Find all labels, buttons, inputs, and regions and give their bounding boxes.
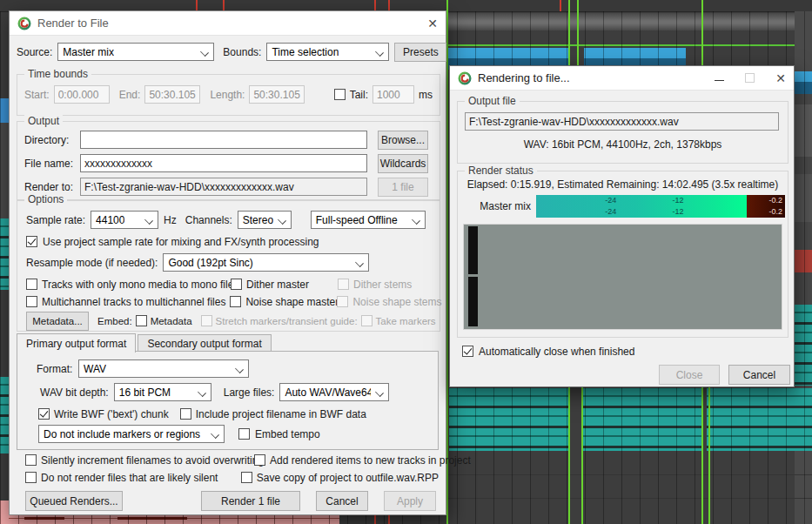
sample-rate-label: Sample rate: xyxy=(26,214,85,226)
time-bounds-group: Time bounds Start: End: Length: Tail: ms xyxy=(17,74,440,116)
render-status-group: Render status Elapsed: 0:15.919, Estimat… xyxy=(457,171,789,338)
skip-silent-checkbox[interactable] xyxy=(25,472,37,483)
teal-media-item xyxy=(0,377,9,453)
render-status-legend: Render status xyxy=(465,165,537,177)
noise-shape-stems-checkbox xyxy=(337,296,348,307)
hz-label: Hz xyxy=(164,214,177,226)
large-files-label: Large files: xyxy=(224,386,275,399)
stretch-markers-label: Stretch markers/transient guide: xyxy=(216,316,358,326)
file-name-input[interactable] xyxy=(80,154,367,172)
pink-waveform-dash xyxy=(117,517,187,520)
wildcards-button[interactable]: Wildcards xyxy=(378,154,428,173)
mono-media-label: Tracks with only mono media to mono file xyxy=(42,279,226,291)
apply-button: Apply xyxy=(384,491,436,511)
format-select[interactable]: WAV xyxy=(78,359,249,378)
tab-primary-label: Primary output format xyxy=(26,338,126,350)
loop-point-line xyxy=(701,0,703,70)
include-filename-checkbox[interactable] xyxy=(180,408,191,420)
render-speed-value: Full-speed Offline xyxy=(316,214,398,226)
chevron-down-icon xyxy=(235,365,244,373)
bounds-label: Bounds: xyxy=(223,46,261,58)
write-bwf-checkbox[interactable] xyxy=(38,408,50,420)
directory-input[interactable] xyxy=(80,131,367,149)
teal-media-item xyxy=(707,388,812,451)
add-rendered-checkbox[interactable] xyxy=(254,454,265,466)
silently-increment-checkbox[interactable] xyxy=(25,454,37,466)
chevron-down-icon xyxy=(412,216,420,225)
noise-shape-master-label: Noise shape master xyxy=(245,296,332,308)
tab-secondary-label: Secondary output format xyxy=(147,338,261,350)
use-project-sr-checkbox[interactable] xyxy=(26,236,37,247)
output-legend: Output xyxy=(24,115,63,127)
close-icon[interactable]: ✕ xyxy=(775,72,786,84)
close-button: Close xyxy=(659,365,720,385)
auto-close-checkbox[interactable] xyxy=(462,346,473,357)
reaper-logo-icon xyxy=(17,17,31,30)
teal-media-item xyxy=(449,388,568,451)
render-dialog-titlebar[interactable]: Render to File ✕ xyxy=(10,11,446,36)
end-label: End: xyxy=(119,89,141,101)
tab-primary-output-format[interactable]: Primary output format xyxy=(17,333,136,353)
gray-media-item xyxy=(795,104,812,157)
metadata-button[interactable]: Metadata... xyxy=(26,312,89,331)
tail-checkbox[interactable] xyxy=(334,89,346,100)
output-group: Output Directory: Browse... File name: W… xyxy=(17,121,440,201)
options-legend: Options xyxy=(24,193,67,205)
minimize-icon[interactable] xyxy=(715,80,724,81)
cancel-button[interactable]: Cancel xyxy=(316,491,368,511)
render-to-label: Render to: xyxy=(24,181,75,193)
source-label: Source: xyxy=(17,46,52,58)
ms-label: ms xyxy=(419,89,433,101)
render-button[interactable]: Render 1 file xyxy=(201,491,300,511)
maximize-icon xyxy=(745,73,755,83)
queued-renders-button[interactable]: Queued Renders... xyxy=(25,491,123,511)
close-icon[interactable]: ✕ xyxy=(427,17,438,30)
chevron-down-icon xyxy=(355,259,364,267)
bit-depth-value: 16 bit PCM xyxy=(119,386,171,399)
bit-depth-select[interactable]: 16 bit PCM xyxy=(114,383,211,401)
render-speed-select[interactable]: Full-speed Offline xyxy=(311,211,426,229)
source-select[interactable]: Master mix xyxy=(57,43,214,61)
mono-media-checkbox[interactable] xyxy=(26,279,37,290)
cancel-render-button[interactable]: Cancel xyxy=(728,365,790,385)
end-input xyxy=(144,85,200,104)
save-copy-checkbox[interactable] xyxy=(241,472,252,483)
tab-secondary-output-format[interactable]: Secondary output format xyxy=(138,334,271,352)
render-to-file-dialog: Render to File ✕ Source: Master mix Boun… xyxy=(9,10,446,515)
noise-shape-master-checkbox[interactable] xyxy=(230,296,241,307)
embed-metadata-checkbox[interactable] xyxy=(136,315,147,326)
output-file-legend: Output file xyxy=(465,95,520,107)
large-files-select[interactable]: Auto WAV/Wave64 xyxy=(279,383,389,401)
chevron-down-icon xyxy=(375,48,384,57)
render-waveform-display xyxy=(463,224,782,330)
presets-button[interactable]: Presets xyxy=(394,43,446,62)
dither-master-checkbox[interactable] xyxy=(231,279,242,290)
pink-waveform-dash xyxy=(24,517,64,520)
sample-rate-value: 44100 xyxy=(96,214,124,226)
embed-tempo-label: Embed tempo xyxy=(255,428,320,440)
bounds-select[interactable]: Time selection xyxy=(266,43,389,61)
time-bounds-legend: Time bounds xyxy=(24,68,91,80)
write-bwf-label: Write BWF ('bext') chunk xyxy=(54,408,169,420)
render-dialog-title: Render to File xyxy=(37,17,109,30)
meter-peak-value: -0.2 xyxy=(768,207,782,216)
markers-mode-select[interactable]: Do not include markers or regions xyxy=(38,425,225,443)
sample-rate-select[interactable]: 44100 xyxy=(91,211,158,229)
chevron-down-icon xyxy=(278,216,286,225)
auto-close-label: Automatically close when finished xyxy=(479,346,634,358)
source-value: Master mix xyxy=(63,46,114,58)
progress-dialog-titlebar[interactable]: Rendering to file... ✕ xyxy=(450,66,794,91)
embed-tempo-checkbox[interactable] xyxy=(238,428,250,440)
dither-stems-checkbox xyxy=(338,279,349,290)
dither-stems-label: Dither stems xyxy=(353,279,412,291)
reaper-logo-icon xyxy=(458,71,472,85)
multichannel-checkbox[interactable] xyxy=(26,296,37,307)
channels-select[interactable]: Stereo xyxy=(238,211,292,229)
chevron-down-icon xyxy=(144,216,153,225)
elapsed-status: Elapsed: 0:15.919, Estimated Remaining: … xyxy=(458,178,788,191)
silently-increment-label: Silently increment filenames to avoid ov… xyxy=(41,454,250,467)
loop-point-line xyxy=(708,386,710,524)
browse-button[interactable]: Browse... xyxy=(378,131,428,150)
use-project-sr-label: Use project sample rate for mixing and F… xyxy=(43,236,319,248)
resample-select[interactable]: Good (192pt Sinc) xyxy=(163,253,369,272)
